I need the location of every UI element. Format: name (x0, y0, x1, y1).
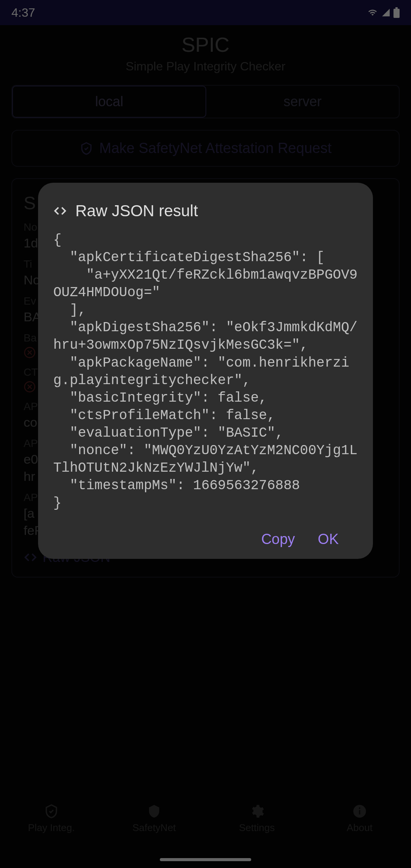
ok-button[interactable]: OK (318, 531, 339, 547)
copy-button[interactable]: Copy (261, 531, 295, 547)
code-icon (53, 204, 67, 218)
dialog-actions: Copy OK (53, 531, 358, 547)
dialog-title: Raw JSON result (75, 202, 198, 220)
raw-json-dialog: Raw JSON result { "apkCertificateDigestS… (38, 183, 373, 559)
dialog-json-content: { "apkCertificateDigestSha256": [ "a+yXX… (53, 231, 358, 512)
dialog-header: Raw JSON result (53, 202, 358, 220)
